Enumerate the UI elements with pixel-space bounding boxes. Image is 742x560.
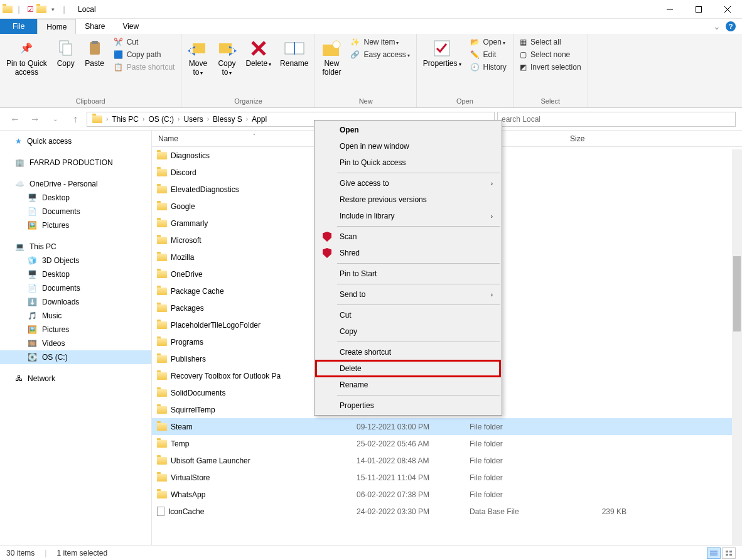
back-button[interactable]: ← (6, 110, 24, 128)
breadcrumb-seg[interactable]: OS (C:) (146, 115, 176, 124)
chevron-down-icon[interactable]: ⌄ (713, 21, 721, 31)
breadcrumb-seg[interactable]: Blessy S (210, 115, 245, 124)
up-button[interactable]: ↑ (67, 110, 84, 128)
ctx-give-access[interactable]: Give access to› (316, 175, 500, 191)
recent-dropdown[interactable]: ⌄ (46, 110, 64, 128)
sidebar-quick-access[interactable]: ★Quick access (0, 134, 151, 148)
select-none-button[interactable]: ▢Select none (516, 49, 585, 60)
chevron-right-icon[interactable]: › (245, 116, 249, 122)
sidebar-pc-osc[interactable]: 💽OS (C:) (0, 350, 151, 364)
ctx-copy[interactable]: Copy (316, 323, 500, 340)
file-row[interactable]: VirtualStore15-11-2021 11:04 PMFile fold… (152, 469, 742, 486)
ctx-open-new-window[interactable]: Open in new window (316, 138, 500, 154)
move-to-button[interactable]: Move to (184, 35, 212, 80)
sidebar-pc-videos[interactable]: 🎞️Videos (0, 337, 151, 350)
select-all-button[interactable]: ▦Select all (516, 36, 585, 48)
cut-button[interactable]: ✂️Cut (110, 36, 179, 48)
ctx-delete[interactable]: Delete (316, 360, 500, 377)
svg-rect-5 (63, 44, 72, 55)
sidebar-od-documents[interactable]: 📄Documents (0, 205, 151, 218)
search-input[interactable]: earch Local (497, 112, 736, 127)
sidebar-onedrive[interactable]: ☁️OneDrive - Personal (0, 177, 151, 191)
view-large-icons-button[interactable] (722, 547, 736, 559)
chevron-right-icon[interactable]: › (141, 116, 146, 122)
ctx-cut[interactable]: Cut (316, 307, 500, 323)
ctx-include-library[interactable]: Include in library› (316, 208, 500, 224)
file-row[interactable]: Ubisoft Game Launcher14-01-2022 08:48 AM… (152, 452, 742, 469)
ctx-open[interactable]: Open (316, 122, 500, 138)
edit-button[interactable]: ✏️Edit (466, 49, 510, 60)
breadcrumb-seg[interactable]: Appl (249, 115, 269, 124)
col-size[interactable]: Size (564, 134, 639, 143)
delete-button[interactable]: Delete (242, 35, 275, 70)
properties-button[interactable]: Properties (419, 35, 465, 70)
easy-access-button[interactable]: 🔗Easy access (347, 49, 413, 60)
close-button[interactable] (713, 0, 742, 19)
ctx-create-shortcut[interactable]: Create shortcut (316, 344, 500, 360)
minimize-button[interactable] (655, 0, 684, 19)
sidebar-farrad[interactable]: 🏢FARRAD PRODUCTION (0, 156, 151, 170)
sidebar-3d-objects[interactable]: 🧊3D Objects (0, 254, 151, 267)
vertical-scrollbar[interactable] (732, 149, 742, 545)
sidebar-pc-music[interactable]: 🎵Music (0, 309, 151, 323)
pin-to-quick-access-button[interactable]: 📌 Pin to Quick access (3, 35, 51, 80)
ctx-restore-versions[interactable]: Restore previous versions (316, 191, 500, 208)
ctx-rename[interactable]: Rename (316, 377, 500, 393)
sidebar-pc-downloads[interactable]: ⬇️Downloads (0, 295, 151, 309)
copy-path-button[interactable]: 🟦Copy path (110, 49, 179, 60)
qat-folder-icon[interactable] (36, 4, 46, 14)
sidebar-pc-pictures[interactable]: 🖼️Pictures (0, 323, 151, 337)
sidebar-pc-desktop[interactable]: 🖥️Desktop (0, 267, 151, 281)
scrollbar-thumb[interactable] (733, 256, 741, 331)
file-row[interactable]: WhatsApp06-02-2022 07:38 PMFile folder (152, 486, 742, 503)
folder-icon (157, 304, 167, 312)
ctx-shred[interactable]: Shred (316, 245, 500, 261)
tab-view[interactable]: View (114, 19, 148, 34)
sidebar-od-desktop[interactable]: 🖥️Desktop (0, 191, 151, 205)
folder-icon (157, 203, 167, 210)
select-none-icon: ▢ (520, 50, 527, 59)
file-name: Diagnostics (171, 151, 210, 160)
sidebar-pc-documents[interactable]: 📄Documents (0, 281, 151, 295)
copy-button[interactable]: Copy (52, 35, 80, 70)
open-button[interactable]: 📂Open (466, 36, 510, 48)
chevron-right-icon[interactable]: › (105, 116, 109, 122)
qat-dropdown-icon[interactable]: ▾ (48, 4, 58, 14)
maximize-button[interactable] (684, 0, 713, 19)
ctx-send-to[interactable]: Send to› (316, 286, 500, 303)
sidebar-this-pc[interactable]: 💻This PC (0, 240, 151, 254)
new-folder-button[interactable]: New folder (318, 35, 345, 80)
chevron-right-icon[interactable]: › (206, 116, 210, 122)
paste-shortcut-button[interactable]: 📋Paste shortcut (110, 62, 179, 73)
qat-check-icon[interactable]: ☑ (25, 4, 35, 14)
window-title: Local (69, 5, 96, 14)
history-button[interactable]: 🕘History (466, 62, 510, 73)
breadcrumb-root-icon[interactable] (90, 116, 105, 123)
copy-to-button[interactable]: Copy to (213, 35, 240, 80)
sidebar-network[interactable]: 🖧Network (0, 372, 151, 385)
ctx-properties[interactable]: Properties (316, 397, 500, 414)
paste-button[interactable]: Paste (81, 35, 109, 70)
file-name: Package Cache (171, 287, 224, 296)
ctx-pin-quick-access[interactable]: Pin to Quick access (316, 154, 500, 171)
help-icon[interactable]: ? (726, 21, 736, 31)
chevron-right-icon[interactable]: › (176, 116, 181, 122)
forward-button[interactable]: → (26, 110, 44, 128)
view-details-button[interactable] (707, 547, 721, 559)
tab-share[interactable]: Share (76, 19, 114, 34)
tab-home[interactable]: Home (37, 19, 76, 34)
ctx-pin-start[interactable]: Pin to Start (316, 266, 500, 282)
file-row[interactable]: Steam09-12-2021 03:00 PMFile folder (152, 418, 742, 435)
sidebar-od-pictures[interactable]: 🖼️Pictures (0, 218, 151, 232)
file-row[interactable]: IconCache24-02-2022 03:30 PMData Base Fi… (152, 503, 742, 520)
file-row[interactable]: Temp25-02-2022 05:46 AMFile folder (152, 435, 742, 452)
new-item-button[interactable]: ✨New item (347, 36, 413, 48)
cut-icon: ✂️ (114, 38, 123, 46)
tab-file[interactable]: File (0, 19, 37, 34)
breadcrumb-seg[interactable]: Users (181, 115, 205, 124)
rename-button[interactable]: Rename (276, 35, 312, 70)
group-label-select: Select (516, 96, 585, 107)
breadcrumb-seg[interactable]: This PC (109, 115, 141, 124)
ctx-scan[interactable]: Scan (316, 229, 500, 245)
invert-selection-button[interactable]: ◩Invert selection (516, 62, 585, 73)
